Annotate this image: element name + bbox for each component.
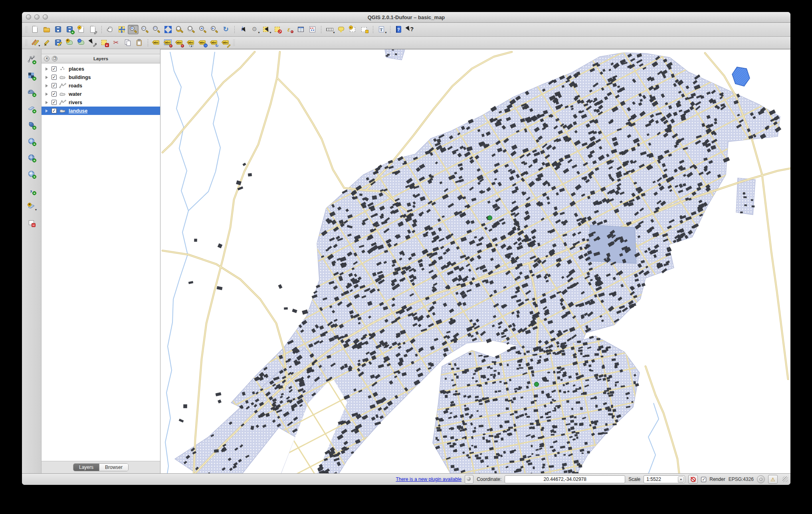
show-hide-labels-button[interactable]: abc bbox=[186, 38, 196, 47]
map-tips-button[interactable] bbox=[336, 25, 347, 34]
zoom-next-button[interactable]: ▸ bbox=[209, 25, 220, 34]
expand-arrow-icon[interactable] bbox=[46, 84, 50, 87]
change-label-button[interactable]: abc bbox=[220, 38, 231, 47]
save-project-as-button[interactable]: + bbox=[64, 25, 75, 34]
expand-arrow-icon[interactable] bbox=[46, 67, 50, 71]
expand-arrow-icon[interactable] bbox=[46, 93, 50, 96]
add-wms-layer-button[interactable]: + bbox=[26, 136, 37, 146]
paste-features-button[interactable] bbox=[134, 38, 145, 47]
render-checkbox[interactable]: ✓ bbox=[701, 477, 706, 482]
zoom-to-layer-button[interactable] bbox=[186, 25, 196, 34]
layer-row-buildings[interactable]: ✓buildings bbox=[42, 73, 160, 81]
add-vector-layer-button[interactable]: + bbox=[26, 55, 37, 64]
pan-to-selection-button[interactable] bbox=[116, 25, 127, 34]
rotate-label-button[interactable]: abc↻ bbox=[209, 38, 220, 47]
tab-layers[interactable]: Layers bbox=[73, 464, 99, 471]
save-layer-edits-button[interactable] bbox=[53, 38, 63, 47]
layer-row-landuse[interactable]: ✓landuse bbox=[42, 107, 160, 115]
add-delimited-text-layer-button[interactable]: ,+ bbox=[26, 186, 37, 195]
cut-features-button[interactable]: ✂ bbox=[111, 38, 121, 47]
composer-manager-button[interactable] bbox=[87, 25, 98, 34]
move-label-button[interactable]: abc→ bbox=[197, 38, 208, 47]
layer-visibility-checkbox[interactable]: ✓ bbox=[51, 83, 57, 88]
toolbar-drag-handle[interactable] bbox=[25, 39, 28, 46]
highlight-pinned-labels-button[interactable]: abc bbox=[174, 38, 185, 47]
close-window-button[interactable] bbox=[26, 14, 31, 20]
new-plugin-link[interactable]: There is a new plugin available bbox=[396, 476, 461, 482]
map-canvas[interactable] bbox=[160, 49, 790, 473]
layer-row-water[interactable]: ✓water bbox=[42, 90, 160, 98]
layer-visibility-checkbox[interactable]: ✓ bbox=[51, 75, 57, 80]
open-project-button[interactable] bbox=[41, 25, 52, 34]
layer-row-roads[interactable]: ✓roads bbox=[42, 81, 160, 90]
toggle-editing-button[interactable] bbox=[41, 38, 52, 47]
crs-globe-button[interactable] bbox=[757, 475, 765, 483]
add-feature-button[interactable]: ✳ bbox=[64, 38, 75, 47]
dropdown-arrow-icon[interactable]: ▼ bbox=[35, 208, 38, 211]
scale-dropdown-icon[interactable]: ▼ bbox=[678, 476, 684, 482]
select-features-button[interactable]: ▼ bbox=[261, 25, 271, 34]
select-by-expression-button[interactable]: ε bbox=[284, 25, 295, 34]
run-feature-action-button[interactable]: ⚙▼ bbox=[249, 25, 260, 34]
add-mssql-layer-button[interactable]: + bbox=[26, 120, 37, 130]
zoom-out-button[interactable]: − bbox=[139, 25, 150, 34]
zoom-native-button[interactable]: 1:1 bbox=[151, 25, 162, 34]
new-bookmark-button[interactable]: + bbox=[347, 25, 358, 34]
minimize-window-button[interactable] bbox=[34, 14, 40, 20]
layer-labeling-button[interactable]: abc bbox=[151, 38, 162, 47]
toolbar-drag-handle[interactable] bbox=[25, 26, 28, 33]
whats-this-button[interactable]: ? bbox=[405, 25, 416, 34]
node-tool-button[interactable] bbox=[87, 38, 98, 47]
identify-features-button[interactable]: i bbox=[238, 25, 248, 34]
help-contents-button[interactable]: ? bbox=[393, 25, 404, 34]
zoom-full-button[interactable] bbox=[162, 25, 173, 34]
refresh-map-button[interactable]: ↻ bbox=[220, 25, 231, 34]
open-attribute-table-button[interactable] bbox=[295, 25, 306, 34]
move-feature-button[interactable]: → bbox=[76, 38, 87, 47]
zoom-to-selection-button[interactable] bbox=[174, 25, 185, 34]
show-bookmarks-button[interactable] bbox=[359, 25, 370, 34]
current-edits-button[interactable]: ▼ bbox=[30, 38, 40, 47]
zoom-in-button[interactable]: + bbox=[128, 25, 139, 34]
dropdown-arrow-icon[interactable]: ▼ bbox=[384, 31, 387, 34]
delete-selected-button[interactable]: × bbox=[99, 38, 110, 47]
field-calculator-button[interactable] bbox=[307, 25, 318, 34]
add-raster-layer-button[interactable]: + bbox=[26, 71, 37, 81]
tab-browser[interactable]: Browser bbox=[99, 464, 128, 471]
coordinate-input[interactable]: 20.44672,-34.02978 bbox=[505, 475, 625, 483]
zoom-last-button[interactable]: ◂ bbox=[197, 25, 208, 34]
save-project-button[interactable] bbox=[53, 25, 63, 34]
dropdown-arrow-icon[interactable]: ▼ bbox=[333, 31, 335, 34]
expand-arrow-icon[interactable] bbox=[46, 109, 50, 113]
zoom-window-button[interactable] bbox=[43, 14, 48, 20]
new-shapefile-layer-button[interactable]: ✳▼ bbox=[26, 202, 37, 212]
new-project-button[interactable] bbox=[30, 25, 40, 34]
pan-map-button[interactable] bbox=[105, 25, 115, 34]
add-wcs-layer-button[interactable]: + bbox=[26, 153, 37, 162]
layer-visibility-checkbox[interactable]: ✓ bbox=[51, 66, 57, 71]
layer-visibility-checkbox[interactable]: ✓ bbox=[51, 100, 57, 105]
pin-labels-button[interactable]: abc bbox=[162, 38, 173, 47]
messages-warning-button[interactable]: ⚠ bbox=[768, 475, 778, 484]
add-wfs-layer-button[interactable]: V+ bbox=[26, 169, 37, 179]
scale-combo[interactable]: 1:5522▼ bbox=[644, 475, 685, 483]
text-annotation-button[interactable]: T▼ bbox=[376, 25, 387, 34]
new-composer-button[interactable]: + bbox=[76, 25, 87, 34]
dropdown-arrow-icon[interactable]: ▼ bbox=[269, 31, 272, 34]
add-spatialite-layer-button[interactable]: + bbox=[26, 104, 37, 113]
layer-visibility-checkbox[interactable]: ✓ bbox=[51, 108, 57, 113]
remove-layer-button[interactable]: – bbox=[26, 218, 37, 228]
map-svg[interactable] bbox=[160, 49, 790, 473]
layer-row-rivers[interactable]: ✓rivers bbox=[42, 98, 160, 107]
layer-row-places[interactable]: ✓places bbox=[42, 65, 160, 73]
plugin-icon[interactable] bbox=[465, 475, 473, 484]
add-postgis-layer-button[interactable]: + bbox=[26, 87, 37, 97]
toolbar-drag-handle[interactable] bbox=[233, 39, 236, 46]
copy-features-button[interactable] bbox=[122, 38, 133, 47]
measure-button[interactable]: ▼ bbox=[324, 25, 335, 34]
dropdown-arrow-icon[interactable]: ▼ bbox=[38, 44, 41, 47]
layer-visibility-checkbox[interactable]: ✓ bbox=[51, 91, 57, 97]
expand-arrow-icon[interactable] bbox=[46, 76, 50, 79]
dropdown-arrow-icon[interactable]: ▼ bbox=[257, 31, 260, 34]
expand-arrow-icon[interactable] bbox=[46, 101, 50, 104]
